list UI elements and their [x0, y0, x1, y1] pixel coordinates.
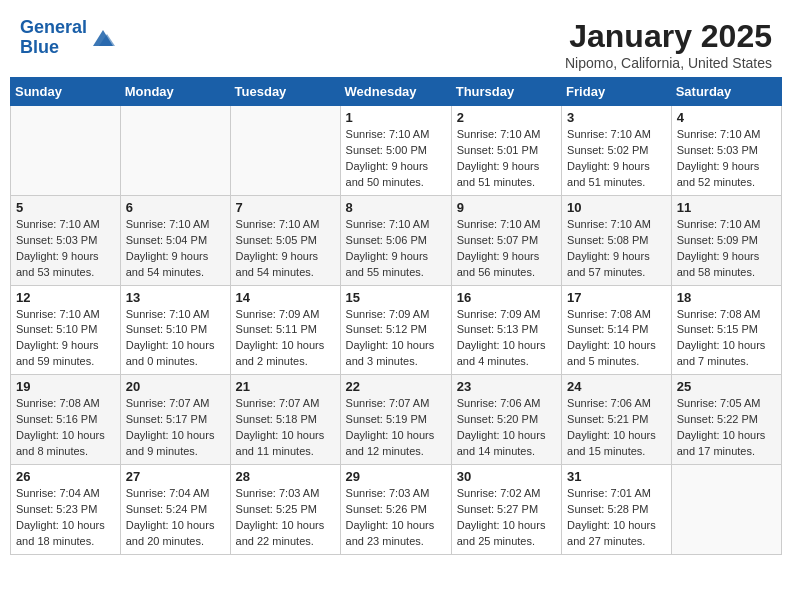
- table-row: 9Sunrise: 7:10 AM Sunset: 5:07 PM Daylig…: [451, 195, 561, 285]
- calendar-week-row: 12Sunrise: 7:10 AM Sunset: 5:10 PM Dayli…: [11, 285, 782, 375]
- day-info: Sunrise: 7:10 AM Sunset: 5:10 PM Dayligh…: [126, 307, 225, 371]
- table-row: 18Sunrise: 7:08 AM Sunset: 5:15 PM Dayli…: [671, 285, 781, 375]
- day-number: 17: [567, 290, 666, 305]
- day-info: Sunrise: 7:10 AM Sunset: 5:05 PM Dayligh…: [236, 217, 335, 281]
- table-row: 29Sunrise: 7:03 AM Sunset: 5:26 PM Dayli…: [340, 465, 451, 555]
- table-row: 21Sunrise: 7:07 AM Sunset: 5:18 PM Dayli…: [230, 375, 340, 465]
- subtitle: Nipomo, California, United States: [565, 55, 772, 71]
- table-row: [120, 106, 230, 196]
- day-number: 15: [346, 290, 446, 305]
- col-monday: Monday: [120, 78, 230, 106]
- table-row: 17Sunrise: 7:08 AM Sunset: 5:14 PM Dayli…: [562, 285, 672, 375]
- day-info: Sunrise: 7:10 AM Sunset: 5:08 PM Dayligh…: [567, 217, 666, 281]
- table-row: [671, 465, 781, 555]
- day-number: 22: [346, 379, 446, 394]
- title-block: January 2025 Nipomo, California, United …: [565, 18, 772, 71]
- table-row: 5Sunrise: 7:10 AM Sunset: 5:03 PM Daylig…: [11, 195, 121, 285]
- day-info: Sunrise: 7:10 AM Sunset: 5:04 PM Dayligh…: [126, 217, 225, 281]
- table-row: 23Sunrise: 7:06 AM Sunset: 5:20 PM Dayli…: [451, 375, 561, 465]
- calendar-week-row: 26Sunrise: 7:04 AM Sunset: 5:23 PM Dayli…: [11, 465, 782, 555]
- day-number: 3: [567, 110, 666, 125]
- page-header: General Blue January 2025 Nipomo, Califo…: [10, 10, 782, 77]
- main-title: January 2025: [565, 18, 772, 55]
- table-row: 16Sunrise: 7:09 AM Sunset: 5:13 PM Dayli…: [451, 285, 561, 375]
- day-info: Sunrise: 7:09 AM Sunset: 5:11 PM Dayligh…: [236, 307, 335, 371]
- table-row: 20Sunrise: 7:07 AM Sunset: 5:17 PM Dayli…: [120, 375, 230, 465]
- calendar-week-row: 1Sunrise: 7:10 AM Sunset: 5:00 PM Daylig…: [11, 106, 782, 196]
- table-row: 27Sunrise: 7:04 AM Sunset: 5:24 PM Dayli…: [120, 465, 230, 555]
- day-number: 31: [567, 469, 666, 484]
- table-row: 4Sunrise: 7:10 AM Sunset: 5:03 PM Daylig…: [671, 106, 781, 196]
- day-number: 18: [677, 290, 776, 305]
- logo-icon: [89, 26, 117, 50]
- table-row: 6Sunrise: 7:10 AM Sunset: 5:04 PM Daylig…: [120, 195, 230, 285]
- table-row: [230, 106, 340, 196]
- day-number: 2: [457, 110, 556, 125]
- day-info: Sunrise: 7:10 AM Sunset: 5:10 PM Dayligh…: [16, 307, 115, 371]
- day-number: 19: [16, 379, 115, 394]
- day-info: Sunrise: 7:07 AM Sunset: 5:19 PM Dayligh…: [346, 396, 446, 460]
- day-info: Sunrise: 7:04 AM Sunset: 5:24 PM Dayligh…: [126, 486, 225, 550]
- day-number: 25: [677, 379, 776, 394]
- day-info: Sunrise: 7:03 AM Sunset: 5:25 PM Dayligh…: [236, 486, 335, 550]
- table-row: 10Sunrise: 7:10 AM Sunset: 5:08 PM Dayli…: [562, 195, 672, 285]
- table-row: 2Sunrise: 7:10 AM Sunset: 5:01 PM Daylig…: [451, 106, 561, 196]
- day-number: 20: [126, 379, 225, 394]
- table-row: 12Sunrise: 7:10 AM Sunset: 5:10 PM Dayli…: [11, 285, 121, 375]
- table-row: 8Sunrise: 7:10 AM Sunset: 5:06 PM Daylig…: [340, 195, 451, 285]
- logo: General Blue: [20, 18, 117, 58]
- table-row: 1Sunrise: 7:10 AM Sunset: 5:00 PM Daylig…: [340, 106, 451, 196]
- day-info: Sunrise: 7:08 AM Sunset: 5:14 PM Dayligh…: [567, 307, 666, 371]
- day-number: 21: [236, 379, 335, 394]
- logo-line2: Blue: [20, 37, 59, 57]
- day-number: 27: [126, 469, 225, 484]
- day-info: Sunrise: 7:10 AM Sunset: 5:09 PM Dayligh…: [677, 217, 776, 281]
- day-number: 14: [236, 290, 335, 305]
- col-friday: Friday: [562, 78, 672, 106]
- table-row: 28Sunrise: 7:03 AM Sunset: 5:25 PM Dayli…: [230, 465, 340, 555]
- day-info: Sunrise: 7:10 AM Sunset: 5:07 PM Dayligh…: [457, 217, 556, 281]
- day-info: Sunrise: 7:05 AM Sunset: 5:22 PM Dayligh…: [677, 396, 776, 460]
- day-info: Sunrise: 7:07 AM Sunset: 5:17 PM Dayligh…: [126, 396, 225, 460]
- day-number: 9: [457, 200, 556, 215]
- day-number: 12: [16, 290, 115, 305]
- table-row: 25Sunrise: 7:05 AM Sunset: 5:22 PM Dayli…: [671, 375, 781, 465]
- day-info: Sunrise: 7:01 AM Sunset: 5:28 PM Dayligh…: [567, 486, 666, 550]
- table-row: 24Sunrise: 7:06 AM Sunset: 5:21 PM Dayli…: [562, 375, 672, 465]
- table-row: 14Sunrise: 7:09 AM Sunset: 5:11 PM Dayli…: [230, 285, 340, 375]
- calendar-week-row: 19Sunrise: 7:08 AM Sunset: 5:16 PM Dayli…: [11, 375, 782, 465]
- day-number: 1: [346, 110, 446, 125]
- table-row: 13Sunrise: 7:10 AM Sunset: 5:10 PM Dayli…: [120, 285, 230, 375]
- day-number: 16: [457, 290, 556, 305]
- day-info: Sunrise: 7:06 AM Sunset: 5:21 PM Dayligh…: [567, 396, 666, 460]
- day-info: Sunrise: 7:06 AM Sunset: 5:20 PM Dayligh…: [457, 396, 556, 460]
- logo-line1: General: [20, 17, 87, 37]
- day-info: Sunrise: 7:04 AM Sunset: 5:23 PM Dayligh…: [16, 486, 115, 550]
- table-row: 7Sunrise: 7:10 AM Sunset: 5:05 PM Daylig…: [230, 195, 340, 285]
- day-number: 24: [567, 379, 666, 394]
- table-row: [11, 106, 121, 196]
- day-number: 13: [126, 290, 225, 305]
- table-row: 30Sunrise: 7:02 AM Sunset: 5:27 PM Dayli…: [451, 465, 561, 555]
- day-info: Sunrise: 7:10 AM Sunset: 5:03 PM Dayligh…: [16, 217, 115, 281]
- col-wednesday: Wednesday: [340, 78, 451, 106]
- day-info: Sunrise: 7:02 AM Sunset: 5:27 PM Dayligh…: [457, 486, 556, 550]
- table-row: 31Sunrise: 7:01 AM Sunset: 5:28 PM Dayli…: [562, 465, 672, 555]
- day-number: 28: [236, 469, 335, 484]
- table-row: 15Sunrise: 7:09 AM Sunset: 5:12 PM Dayli…: [340, 285, 451, 375]
- day-info: Sunrise: 7:08 AM Sunset: 5:16 PM Dayligh…: [16, 396, 115, 460]
- day-info: Sunrise: 7:03 AM Sunset: 5:26 PM Dayligh…: [346, 486, 446, 550]
- day-info: Sunrise: 7:10 AM Sunset: 5:00 PM Dayligh…: [346, 127, 446, 191]
- day-info: Sunrise: 7:08 AM Sunset: 5:15 PM Dayligh…: [677, 307, 776, 371]
- day-info: Sunrise: 7:10 AM Sunset: 5:02 PM Dayligh…: [567, 127, 666, 191]
- table-row: 11Sunrise: 7:10 AM Sunset: 5:09 PM Dayli…: [671, 195, 781, 285]
- day-number: 6: [126, 200, 225, 215]
- day-info: Sunrise: 7:10 AM Sunset: 5:01 PM Dayligh…: [457, 127, 556, 191]
- day-info: Sunrise: 7:10 AM Sunset: 5:06 PM Dayligh…: [346, 217, 446, 281]
- col-tuesday: Tuesday: [230, 78, 340, 106]
- day-number: 29: [346, 469, 446, 484]
- table-row: 26Sunrise: 7:04 AM Sunset: 5:23 PM Dayli…: [11, 465, 121, 555]
- day-number: 30: [457, 469, 556, 484]
- day-number: 26: [16, 469, 115, 484]
- col-saturday: Saturday: [671, 78, 781, 106]
